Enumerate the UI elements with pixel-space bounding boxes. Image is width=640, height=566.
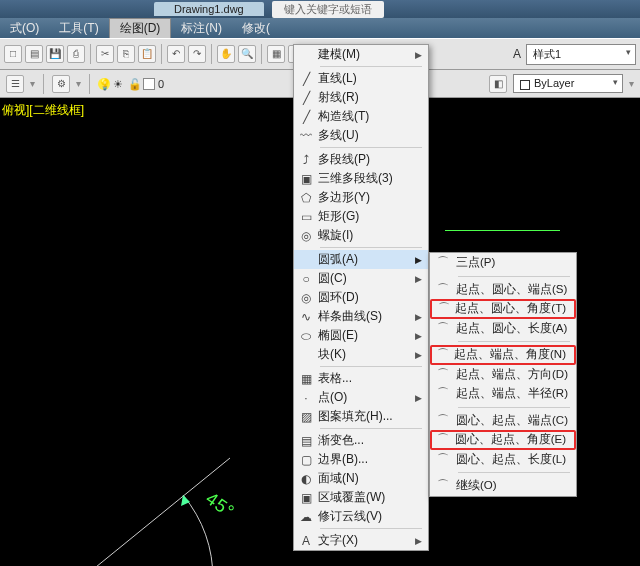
tool-icon[interactable]: ▦ [267, 45, 285, 63]
menu-item-矩形(G)[interactable]: ▭矩形(G) [294, 207, 428, 226]
menu-item-label: 修订云线(V) [318, 508, 422, 525]
menu-separator [320, 366, 422, 367]
menu-item-图案填充(H)...[interactable]: ▨图案填充(H)... [294, 407, 428, 426]
submenu-arrow-icon: ▶ [415, 274, 422, 284]
arc-type-icon: ⌒ [430, 254, 456, 271]
menu-item-圆弧(A)[interactable]: 圆弧(A)▶ [294, 250, 428, 269]
menu-item-icon: ○ [294, 272, 318, 286]
menu-item-label: 圆(C) [318, 270, 415, 287]
submenu-item-label: 起点、圆心、长度(A) [456, 321, 568, 336]
submenu-item-三点(P)[interactable]: ⌒三点(P) [430, 253, 576, 273]
menu-item-label: 面域(N) [318, 470, 422, 487]
menu-item-多边形(Y)[interactable]: ⬠多边形(Y) [294, 188, 428, 207]
gear-icon[interactable]: ⚙ [52, 75, 70, 93]
submenu-item-起点、圆心、端点(S)[interactable]: ⌒起点、圆心、端点(S) [430, 280, 576, 300]
submenu-item-圆心、起点、端点(C)[interactable]: ⌒圆心、起点、端点(C) [430, 411, 576, 431]
paste-icon[interactable]: 📋 [138, 45, 156, 63]
menu-item-圆环(D)[interactable]: ◎圆环(D) [294, 288, 428, 307]
menu-工具(T)[interactable]: 工具(T) [49, 18, 108, 38]
submenu-item-圆心、起点、长度(L)[interactable]: ⌒圆心、起点、长度(L) [430, 450, 576, 470]
submenu-item-label: 圆心、起点、角度(E) [455, 432, 566, 447]
open-icon[interactable]: ▤ [25, 45, 43, 63]
menu-item-修订云线(V)[interactable]: ☁修订云线(V) [294, 507, 428, 526]
menu-item-label: 矩形(G) [318, 208, 422, 225]
submenu-item-label: 起点、圆心、端点(S) [456, 282, 568, 297]
redo-icon[interactable]: ↷ [188, 45, 206, 63]
undo-icon[interactable]: ↶ [167, 45, 185, 63]
menu-item-icon: ▤ [294, 434, 318, 448]
zoom-icon[interactable]: 🔍 [238, 45, 256, 63]
submenu-item-起点、端点、半径(R)[interactable]: ⌒起点、端点、半径(R) [430, 384, 576, 404]
new-icon[interactable]: □ [4, 45, 22, 63]
menu-item-icon: ◎ [294, 291, 318, 305]
layer-props-icon[interactable]: ☰ [6, 75, 24, 93]
menu-item-边界(B)...[interactable]: ▢边界(B)... [294, 450, 428, 469]
separator [89, 74, 90, 94]
menu-item-icon: ☁ [294, 510, 318, 524]
menu-separator [458, 276, 570, 277]
menu-item-区域覆盖(W)[interactable]: ▣区域覆盖(W) [294, 488, 428, 507]
document-title-tab[interactable]: Drawing1.dwg [154, 2, 264, 16]
menu-item-label: 多线(U) [318, 127, 422, 144]
menu-item-渐变色...[interactable]: ▤渐变色... [294, 431, 428, 450]
color-icon[interactable]: ◧ [489, 75, 507, 93]
submenu-item-起点、端点、角度(N)[interactable]: ⌒起点、端点、角度(N) [430, 345, 576, 365]
menu-item-螺旋(I)[interactable]: ◎螺旋(I) [294, 226, 428, 245]
menu-item-样条曲线(S)[interactable]: ∿样条曲线(S)▶ [294, 307, 428, 326]
viewport-label[interactable]: 俯视][二维线框] [2, 102, 84, 119]
layer-state-dropdown[interactable]: 💡 ☀ 🔓 0 [98, 78, 164, 90]
menu-separator [458, 407, 570, 408]
menu-item-三维多段线(3)[interactable]: ▣三维多段线(3) [294, 169, 428, 188]
submenu-item-继续(O)[interactable]: ⌒继续(O) [430, 476, 576, 496]
menu-separator [458, 472, 570, 473]
menu-separator [320, 66, 422, 67]
menu-item-椭圆(E)[interactable]: ⬭椭圆(E)▶ [294, 326, 428, 345]
menu-item-icon: ⬠ [294, 191, 318, 205]
submenu-item-起点、圆心、角度(T)[interactable]: ⌒起点、圆心、角度(T) [430, 299, 576, 319]
submenu-item-label: 继续(O) [456, 478, 568, 493]
arc-type-icon: ⌒ [430, 281, 456, 298]
menu-item-label: 椭圆(E) [318, 327, 415, 344]
menu-标注(N)[interactable]: 标注(N) [171, 18, 232, 38]
menu-item-圆(C)[interactable]: ○圆(C)▶ [294, 269, 428, 288]
menu-item-文字(X)[interactable]: A文字(X)▶ [294, 531, 428, 550]
menu-item-label: 块(K) [318, 346, 415, 363]
arc-type-icon: ⌒ [430, 412, 456, 429]
menu-item-块(K)[interactable]: 块(K)▶ [294, 345, 428, 364]
menu-item-label: 渐变色... [318, 432, 422, 449]
menu-item-多段线(P)[interactable]: ⤴多段线(P) [294, 150, 428, 169]
linetype-dropdown[interactable]: ByLayer [513, 74, 623, 92]
menu-item-表格...[interactable]: ▦表格... [294, 369, 428, 388]
cut-icon[interactable]: ✂ [96, 45, 114, 63]
menu-式(O)[interactable]: 式(O) [0, 18, 49, 38]
submenu-arrow-icon: ▶ [415, 350, 422, 360]
menu-item-label: 文字(X) [318, 532, 415, 549]
menu-item-icon: ╱ [294, 91, 318, 105]
menu-item-射线(R)[interactable]: ╱射线(R) [294, 88, 428, 107]
arc-type-icon: ⌒ [430, 451, 456, 468]
submenu-item-起点、端点、方向(D)[interactable]: ⌒起点、端点、方向(D) [430, 365, 576, 385]
menu-item-面域(N)[interactable]: ◐面域(N) [294, 469, 428, 488]
submenu-arrow-icon: ▶ [415, 536, 422, 546]
arc-type-icon: ⌒ [432, 300, 455, 317]
draw-menu-dropdown: 建模(M)▶╱直线(L)╱射线(R)╱构造线(T)〰多线(U)⤴多段线(P)▣三… [293, 44, 429, 551]
submenu-item-圆心、起点、角度(E)[interactable]: ⌒圆心、起点、角度(E) [430, 430, 576, 450]
menu-item-构造线(T)[interactable]: ╱构造线(T) [294, 107, 428, 126]
save-icon[interactable]: 💾 [46, 45, 64, 63]
pan-icon[interactable]: ✋ [217, 45, 235, 63]
copy-icon[interactable]: ⎘ [117, 45, 135, 63]
print-icon[interactable]: ⎙ [67, 45, 85, 63]
menu-item-多线(U)[interactable]: 〰多线(U) [294, 126, 428, 145]
text-style-dropdown[interactable]: 样式1 [526, 44, 636, 65]
submenu-item-起点、圆心、长度(A)[interactable]: ⌒起点、圆心、长度(A) [430, 319, 576, 339]
menu-item-label: 区域覆盖(W) [318, 489, 422, 506]
menu-绘图(D)[interactable]: 绘图(D) [109, 18, 172, 38]
menu-item-建模(M)[interactable]: 建模(M)▶ [294, 45, 428, 64]
search-box[interactable]: 键入关键字或短语 [272, 1, 384, 18]
menu-item-label: 图案填充(H)... [318, 408, 422, 425]
menu-item-直线(L)[interactable]: ╱直线(L) [294, 69, 428, 88]
submenu-arrow-icon: ▶ [415, 331, 422, 341]
menu-separator [320, 528, 422, 529]
menu-修改([interactable]: 修改( [232, 18, 280, 38]
menu-item-点(O)[interactable]: ·点(O)▶ [294, 388, 428, 407]
